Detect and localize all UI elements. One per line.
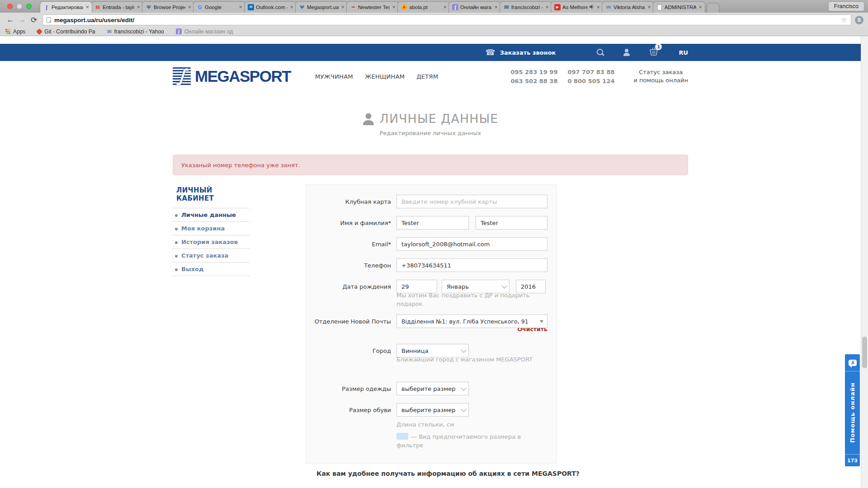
sidebar-item-order-status[interactable]: Статус заказа [173, 249, 250, 263]
tab-close-icon[interactable]: × [392, 5, 396, 10]
tab-administracao[interactable]: ADMINISTRACA × [653, 1, 705, 13]
tab-close-icon[interactable]: × [545, 5, 549, 10]
language-switch[interactable]: RU [679, 49, 688, 56]
tab-gmail[interactable]: M Entrada - taylo × [91, 1, 143, 13]
city-select[interactable]: Винница [396, 344, 469, 357]
tab-close-icon[interactable]: × [647, 5, 651, 10]
tab-google[interactable]: G Google × [193, 1, 245, 13]
tab-title: Онлайн магаз [460, 5, 492, 10]
site-topbar: ☎ Заказать звонок 1 RU [0, 44, 861, 61]
tab-online-store[interactable]: ∫ Онлайн магаз × [448, 1, 501, 13]
tab-megasport[interactable]: Ψ Megasport.ua - × [295, 1, 348, 13]
tab-newtester[interactable]: ••• Newtester Test × [346, 1, 399, 13]
tab-close-icon[interactable]: × [238, 5, 243, 10]
sidebar-item-personal-data[interactable]: Личные данные [173, 208, 250, 222]
club-card-input[interactable] [396, 195, 547, 208]
tab-editing[interactable]: ∫ Редактировани × [40, 1, 92, 13]
sidebar-item-my-cart[interactable]: Моя корзина [173, 222, 250, 235]
user-icon [623, 49, 630, 56]
logo-icon: ∫ [173, 67, 191, 85]
reload-button[interactable]: ⟳ [28, 15, 40, 25]
shoes-size-select[interactable]: выберите размер [396, 403, 469, 417]
bookmark-online-store[interactable]: ∫ Онлайн магазин од [176, 28, 233, 35]
page-title: ЛИЧНЫЕ ДАННЫЕ [173, 112, 688, 126]
tab-close-icon[interactable]: × [443, 5, 447, 10]
apps-grid-icon [5, 29, 10, 34]
chevron-down-icon [501, 283, 507, 289]
scrollbar-thumb[interactable] [862, 337, 867, 368]
tab-title: Viktoria Alshari [613, 5, 645, 10]
order-status-link[interactable]: Статус заказа и помощь онлайн [633, 68, 688, 84]
first-name-input[interactable] [396, 216, 469, 230]
window-close-button[interactable] [7, 4, 13, 9]
tab-close-icon[interactable]: × [698, 5, 703, 10]
new-tab-button[interactable] [707, 3, 719, 13]
bookmark-star-icon[interactable]: ☆ [841, 16, 847, 24]
site-header: ∫ MEGASPORT МУЖЧИНАМ ЖЕНЩИНАМ ДЕТЯМ 095 … [0, 61, 861, 92]
nav-women[interactable]: ЖЕНЩИНАМ [365, 73, 405, 80]
phone-input[interactable] [396, 258, 547, 272]
post-office-label: Отделение Новой Почты [306, 318, 396, 325]
cart-button[interactable]: 1 [649, 47, 659, 58]
nav-kids[interactable]: ДЕТЯМ [416, 73, 438, 80]
bookmark-label: Онлайн магазин од [184, 28, 233, 35]
promo-question: Как вам удобнее получать информацию об а… [316, 470, 688, 477]
back-button[interactable]: ← [5, 15, 16, 24]
bookmark-yahoo[interactable]: ✉ franciscobizi - Yahoo [107, 28, 164, 35]
tab-yahoo-mail[interactable]: ✉ franciscobizi - × [500, 1, 552, 13]
last-name-input[interactable] [476, 216, 547, 230]
bookmark-label: Git - Contribuindo Pa [44, 28, 95, 35]
account-button[interactable] [623, 49, 630, 56]
tab-browse-projects[interactable]: Ψ Browse Projects × [142, 1, 194, 13]
email-input[interactable] [396, 237, 547, 251]
mail-icon: ✉ [107, 28, 111, 35]
phone-label: Телефон [306, 262, 396, 269]
nav-men[interactable]: МУЖЧИНАМ [315, 73, 353, 80]
tab-close-icon[interactable]: × [187, 5, 192, 10]
outlook-icon: ✉ [248, 4, 254, 10]
tab-close-icon[interactable]: × [289, 5, 294, 10]
site-viewport: ☎ Заказать звонок 1 RU ∫ MEGASPORT [0, 36, 861, 488]
url-text[interactable]: megasport.ua/ru/users/edit/ [54, 17, 838, 23]
tab-close-icon[interactable]: × [596, 5, 600, 10]
sidebar-item-logout[interactable]: Выход [173, 263, 250, 276]
sidebar-item-order-history[interactable]: История заказов [173, 235, 250, 249]
extension-icon[interactable]: S [855, 16, 863, 24]
search-button[interactable] [597, 49, 604, 56]
tab-close-icon[interactable]: × [136, 5, 141, 10]
forward-button[interactable]: → [16, 15, 28, 24]
window-zoom-button[interactable] [26, 4, 32, 9]
tab-close-icon[interactable]: × [340, 5, 345, 10]
page-scrollbar[interactable] [861, 36, 868, 488]
store-icon: ∫ [176, 28, 182, 34]
profile-button[interactable]: Francisco [828, 1, 864, 11]
bookmark-apps[interactable]: Apps [5, 28, 25, 35]
tab-title: ADMINISTRACA [665, 5, 696, 10]
order-call-button[interactable]: ☎ Заказать звонок [485, 48, 556, 56]
tab-title: Редактировани [52, 5, 83, 10]
post-office-select[interactable]: Відділення №1: вул. Гліба Успенського, 9… [396, 314, 547, 328]
birth-month-select[interactable]: Январь [442, 280, 509, 293]
tab-close-icon[interactable]: × [85, 5, 90, 10]
help-online-ribbon[interactable]: S Помощь онлайн 173 [845, 354, 860, 466]
tabs: ∫ Редактировани × M Entrada - taylo × Ψ … [40, 0, 723, 13]
person-icon [363, 113, 374, 125]
address-bar[interactable]: megasport.ua/ru/users/edit/ ☆ [42, 14, 851, 25]
document-icon [656, 4, 663, 10]
window-minimize-button[interactable] [17, 4, 22, 9]
tab-outlook[interactable]: ✉ Outlook.com - t × [244, 1, 297, 13]
megasport-favicon-icon: ∫ [43, 4, 50, 10]
bookmark-git[interactable]: Git - Contribuindo Pa [37, 28, 95, 35]
megasport-logo[interactable]: ∫ MEGASPORT [173, 67, 291, 85]
error-message: Указаный номер телефона уже занят. [173, 155, 688, 175]
jira-icon: Ψ [299, 4, 305, 10]
tab-close-icon[interactable]: × [494, 5, 498, 10]
help-online-count: 173 [845, 454, 860, 466]
tab-title: Outlook.com - t [256, 5, 288, 10]
tab-youtube[interactable]: ▶ As Melhores × [551, 1, 603, 13]
tab-abola[interactable]: A abola.pt × [397, 1, 450, 13]
clothes-size-select[interactable]: выберите размер [396, 382, 469, 395]
tab-strip: ∫ Редактировани × M Entrada - taylo × Ψ … [0, 0, 868, 13]
page-subtitle: Редактирование личных данных [173, 130, 688, 136]
tab-vk[interactable]: VK Viktoria Alshari × [602, 1, 654, 13]
